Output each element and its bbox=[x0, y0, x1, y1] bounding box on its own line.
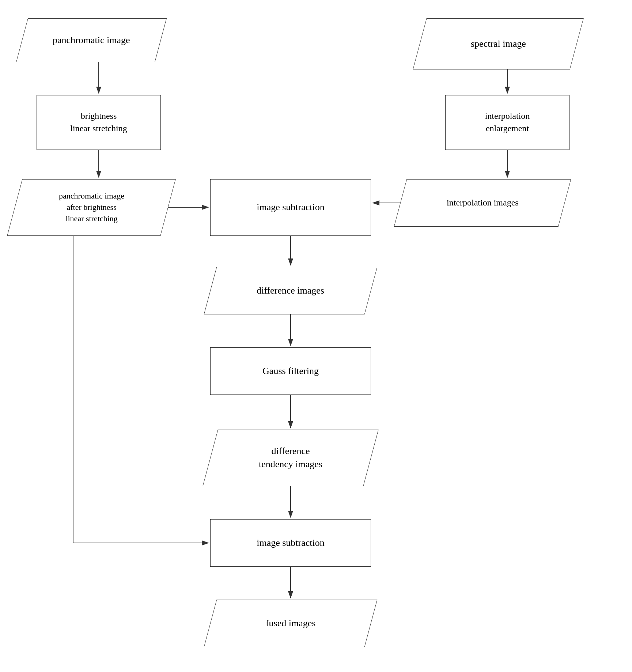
pan-after-brightness-label: panchromatic imageafter brightnesslinear… bbox=[59, 190, 124, 224]
image-subtraction-2-label: image subtraction bbox=[257, 536, 325, 550]
image-subtraction-1-node: image subtraction bbox=[210, 179, 371, 236]
image-subtraction-1-label: image subtraction bbox=[257, 201, 325, 214]
fused-images-label: fused images bbox=[266, 617, 315, 630]
interpolation-images-label: interpolation images bbox=[447, 197, 519, 209]
panchromatic-image-node: panchromatic image bbox=[16, 18, 167, 62]
interpolation-enlargement-label: interpolationenlargement bbox=[485, 110, 530, 135]
spectral-image-node: spectral image bbox=[413, 18, 584, 69]
difference-images-label: difference images bbox=[257, 284, 324, 297]
interpolation-images-node: interpolation images bbox=[394, 179, 571, 227]
difference-images-node: difference images bbox=[204, 267, 378, 314]
difference-tendency-images-label: differencetendency images bbox=[259, 445, 322, 471]
gauss-filtering-label: Gauss filtering bbox=[262, 365, 319, 378]
brightness-linear-stretching-node: brightnesslinear stretching bbox=[37, 95, 161, 150]
panchromatic-image-label: panchromatic image bbox=[53, 34, 130, 47]
gauss-filtering-node: Gauss filtering bbox=[210, 347, 371, 395]
flowchart-diagram: panchromatic image spectral image bright… bbox=[0, 0, 632, 672]
spectral-image-label: spectral image bbox=[471, 37, 526, 50]
fused-images-node: fused images bbox=[204, 600, 378, 647]
interpolation-enlargement-node: interpolationenlargement bbox=[445, 95, 569, 150]
brightness-linear-stretching-label: brightnesslinear stretching bbox=[70, 110, 127, 135]
difference-tendency-images-node: differencetendency images bbox=[203, 430, 379, 486]
image-subtraction-2-node: image subtraction bbox=[210, 519, 371, 567]
pan-after-brightness-node: panchromatic imageafter brightnesslinear… bbox=[7, 179, 176, 236]
